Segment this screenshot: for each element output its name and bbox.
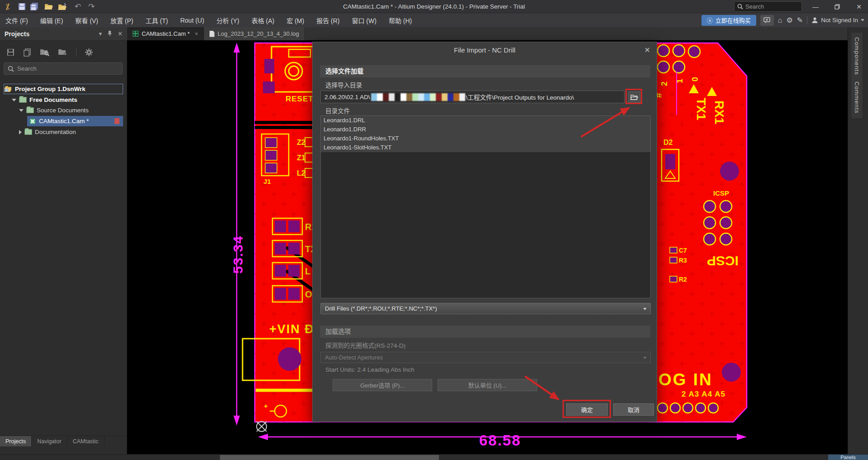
tree-expand-icon[interactable] [19,109,24,112]
settings-gear-icon[interactable]: ⚙ [786,16,792,24]
cancel-button[interactable]: 取消 [613,403,654,416]
menu-window[interactable]: 窗口 (W) [352,16,376,25]
document-tab-bar: CAMtastic1.Cam * × Log_2023_12_20_13_4_3… [127,27,848,40]
import-directory-field[interactable]: 2.06.20\02.1 AD\\工程文件\Project Outputs fo… [320,91,625,103]
project-group-icon [4,86,12,92]
chevron-down-icon [643,308,647,310]
pin-icon[interactable] [107,30,112,38]
tab-projects[interactable]: Projects [0,436,32,446]
gerber-options-button[interactable]: Gerber选项 (P)... [333,379,432,391]
close-button[interactable]: ✕ [850,0,868,13]
file-list[interactable]: Leonardo1.DRL Leonardo1.DRR Leonardo1-Ro… [320,115,651,298]
pcb-label-d2: D2 [663,139,673,146]
tree-item-source-documents[interactable]: Source Documents [4,105,123,115]
redo-icon[interactable]: ↷ [86,1,97,12]
tree-item-camtastic-document[interactable]: CAMtastic1.Cam * [4,116,123,126]
menu-place[interactable]: 放置 (P) [110,16,134,25]
menubar-right-cluster: ⓐ 立即在线购买 ⌂ ⚙ ✎ Not Signed In [701,14,864,26]
restore-button[interactable] [828,0,846,13]
doc-tab-label: Log_2023_12_20_13_4_30.log [218,30,299,37]
menu-file[interactable]: 文件 (F) [5,16,28,25]
tree-item-project-group[interactable]: Project Group 1.DsnWrk [4,84,123,94]
dialog-close-icon[interactable]: ✕ [644,46,650,54]
doc-tab-camtastic[interactable]: CAMtastic1.Cam * × [127,27,204,40]
menu-rout[interactable]: Rout (U) [180,17,204,24]
titlebar-search-input[interactable] [745,3,795,10]
status-progress-strip [220,455,439,460]
chevron-down-icon [861,19,864,21]
file-row[interactable]: Leonardo1-RoundHoles.TXT [321,134,650,143]
tree-item-documentation[interactable]: Documentation [4,127,123,137]
tab-components[interactable]: Components [851,33,863,80]
open-project-icon[interactable] [57,1,68,12]
path-suffix: \工程文件\Project Outputs for Leonardo\ [466,92,574,101]
toolbar-separator [76,48,76,56]
annotation-box-browse [625,89,642,104]
folder-icon [24,129,32,135]
sign-in-label: Not Signed In [821,17,858,24]
status-bar: Panels [0,454,868,460]
file-type-dropdown[interactable]: Drill Files (*.DR*;*.ROU;*.RTE;*.NC*;*.T… [320,303,651,314]
menu-help[interactable]: 帮助 (H) [389,16,412,25]
home-icon[interactable]: ⌂ [778,16,782,24]
modified-badge [114,118,119,124]
right-panel-strip: Components Comments [848,27,868,454]
titlebar-search[interactable] [734,1,802,12]
doc-tab-log[interactable]: Log_2023_12_20_13_4_30.log [204,27,305,40]
menubar-separator [807,16,807,24]
open-icon[interactable] [43,1,54,12]
menu-macro[interactable]: 宏 (M) [286,16,304,25]
pcb-label-l2: L2 [297,169,305,177]
tree-expand-icon[interactable] [12,99,16,101]
feedback-button[interactable] [760,15,774,26]
file-type-value: Drill Files (*.DR*;*.ROU;*.RTE;*.NC*;*.T… [325,305,437,312]
projects-panel-toolbar [3,44,125,60]
projects-search[interactable] [4,62,123,75]
save-project-icon[interactable] [6,48,15,57]
menu-analysis[interactable]: 分析 (Y) [216,16,239,25]
sign-in-menu[interactable]: Not Signed In [811,17,864,24]
file-row[interactable]: Leonardo1.DRL [321,116,650,125]
path-prefix: 2.06.20\02.1 AD\ [324,94,370,101]
save-icon[interactable] [16,1,27,12]
panel-close-icon[interactable]: ✕ [118,30,123,37]
projects-panel-header: Projects ▾ ✕ [0,27,127,41]
panel-menu-chevron-icon[interactable]: ▾ [99,30,102,37]
search-icon [737,4,743,10]
minimize-button[interactable]: — [806,0,825,13]
folder-settings-icon[interactable] [58,48,68,56]
tab-camtastic[interactable]: CAMtastic [67,436,105,446]
file-row[interactable]: Leonardo1-SlotHoles.TXT [321,143,650,152]
undo-icon[interactable]: ↶ [72,1,83,12]
pcb-label-icsp: ICSP [713,189,729,197]
panel-settings-gear-icon[interactable] [85,48,93,57]
import-directory-label: 选择导入目录 [325,80,362,89]
projects-search-input[interactable] [17,65,108,72]
menu-tables[interactable]: 表格 (A) [252,16,275,25]
explore-folder-icon[interactable] [40,48,50,56]
tree-item-label: Documentation [35,129,76,135]
file-import-dialog: File Import - NC Drill ✕ 选择文件加载 选择导入目录 2… [312,42,657,422]
tab-navigator[interactable]: Navigator [32,436,67,446]
panels-button[interactable]: Panels [828,455,868,460]
menu-reports[interactable]: 报告 (R) [316,16,339,25]
file-row[interactable]: Leonardo1.DRR [321,125,650,134]
default-units-button[interactable]: 默认单位 (U)... [438,379,537,391]
buy-online-button[interactable]: ⓐ 立即在线购买 [701,15,756,26]
tree-collapsed-icon[interactable] [19,130,22,134]
altium-designer-window: ↶ ↷ CAMtastic1.Cam * - Altium Designer (… [0,0,868,460]
folder-icon [26,107,34,113]
cam-document-icon [29,118,36,125]
pcb-label-tx1: TX1 [694,98,708,120]
title-bar: ↶ ↷ CAMtastic1.Cam * - Altium Designer (… [0,0,868,13]
annotate-pen-icon[interactable]: ✎ [797,16,803,24]
menu-edit[interactable]: 编辑 (E) [40,16,63,25]
tree-item-free-documents[interactable]: Free Documents [4,95,123,105]
pcb-label-l: L [305,266,310,276]
tab-comments[interactable]: Comments [851,77,863,118]
save-all-icon[interactable] [29,1,40,12]
menu-tools[interactable]: 工具 (T) [145,16,168,25]
compare-documents-icon[interactable] [23,48,32,57]
menu-view[interactable]: 察看 (V) [75,16,98,25]
tab-close-icon[interactable]: × [195,30,198,37]
